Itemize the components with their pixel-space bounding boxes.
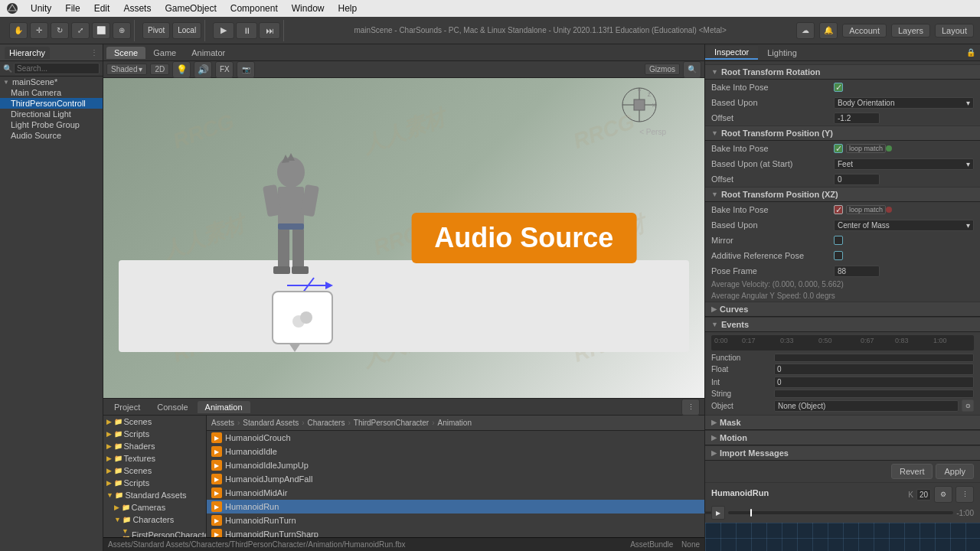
transform-all-tool[interactable]: ⊕: [113, 22, 131, 39]
game-tab[interactable]: Game: [145, 47, 184, 59]
hand-tool[interactable]: ✋: [9, 22, 28, 39]
anim-item-midair[interactable]: ▶ HumanoidMidAir: [207, 486, 704, 500]
section-root-pos-y[interactable]: ▼ Root Transform Position (Y): [705, 126, 980, 141]
file-item-textures[interactable]: ▶ 📁 Textures: [103, 452, 206, 465]
bc-thirdperson[interactable]: ThirdPersonCharacter: [354, 419, 429, 427]
search-scene[interactable]: 🔍: [683, 61, 701, 78]
bc-standard[interactable]: Standard Assets: [243, 419, 299, 427]
revert-button[interactable]: Revert: [891, 464, 933, 479]
section-events[interactable]: ▼ Events: [705, 317, 980, 332]
hierarchy-search-input[interactable]: [14, 63, 100, 74]
based-at-start-dropdown[interactable]: Feet ▾: [834, 158, 974, 170]
hierarchy-item-thirdperson[interactable]: ThirdPersonControll: [0, 98, 103, 109]
tl-play-button[interactable]: ▶: [711, 506, 725, 520]
humanoid-settings[interactable]: ⚙: [934, 486, 952, 503]
pivot-toggle[interactable]: Pivot: [142, 22, 170, 39]
menu-edit[interactable]: Edit: [88, 2, 116, 15]
hierarchy-item-dirlight[interactable]: Directional Light: [0, 109, 103, 119]
timeline-bar[interactable]: [728, 511, 953, 514]
scene-gizmo[interactable]: Y X Z: [620, 86, 658, 124]
hierarchy-options[interactable]: ⋮: [90, 48, 98, 57]
float-field[interactable]: 0: [774, 364, 974, 375]
rect-tool[interactable]: ⬜: [92, 22, 110, 39]
file-item-scripts[interactable]: ▶ 📁 Scripts: [103, 428, 206, 440]
project-tab[interactable]: Project: [106, 401, 148, 413]
local-toggle[interactable]: Local: [172, 22, 201, 39]
lighting-tab[interactable]: Lighting: [758, 47, 806, 59]
inspector-tab[interactable]: Inspector: [705, 46, 758, 60]
scale-tool[interactable]: ⤢: [71, 22, 90, 39]
pose-frame-input[interactable]: [834, 266, 880, 277]
hierarchy-item-lightprobe[interactable]: Light Probe Group: [0, 119, 103, 130]
scene-camera[interactable]: 📷: [237, 61, 255, 78]
layers-button[interactable]: Layers: [891, 24, 930, 37]
section-root-rotation[interactable]: ▼ Root Transform Rotation: [705, 64, 980, 80]
file-item-characters[interactable]: ▼ 📁 Characters: [103, 514, 206, 526]
file-item-scenes2[interactable]: ▶ 📁 Scenes: [103, 465, 206, 477]
2d-toggle[interactable]: 2D: [150, 64, 169, 75]
menu-assets[interactable]: Assets: [117, 2, 157, 15]
rotate-tool[interactable]: ↻: [51, 22, 69, 39]
bc-animation[interactable]: Animation: [438, 419, 472, 427]
menu-file[interactable]: File: [59, 2, 86, 15]
shaded-dropdown[interactable]: Shaded ▾: [106, 64, 147, 75]
menu-gameobject[interactable]: GameObject: [158, 2, 222, 15]
anim-item-idlejump[interactable]: ▶ HumanoidIdleJumpUp: [207, 458, 704, 472]
cloud-icon[interactable]: 🔔: [819, 22, 838, 39]
menu-window[interactable]: Window: [286, 2, 331, 15]
function-field[interactable]: [774, 354, 974, 362]
menu-unity[interactable]: Unity: [24, 2, 57, 15]
hierarchy-tab[interactable]: Hierarchy: [5, 47, 50, 59]
file-item-firstperson[interactable]: ▼ 📁 FirstPersonCharacter: [103, 526, 206, 537]
bottom-options[interactable]: ⋮: [681, 399, 700, 416]
animator-tab[interactable]: Animator: [184, 47, 233, 59]
anim-item-jumpfall[interactable]: ▶ HumanoidJumpAndFall: [207, 472, 704, 486]
scene-view[interactable]: RRCG 人人素材 RRCG 人人素材 RRCG 人人素材 RRCG 人人素材 …: [103, 78, 704, 398]
file-item-standard[interactable]: ▼ 📁 Standard Assets: [103, 489, 206, 501]
menu-help[interactable]: Help: [332, 2, 363, 15]
console-tab[interactable]: Console: [149, 401, 195, 413]
lighting-toggle[interactable]: 💡: [172, 61, 191, 78]
offset-y-input[interactable]: [834, 174, 880, 185]
file-item-scenes[interactable]: ▶ 📁 Scenes: [103, 416, 206, 428]
anim-item-run[interactable]: ▶ HumanoidRun: [207, 500, 704, 514]
anim-item-idle[interactable]: ▶ HumanoidIdle: [207, 445, 704, 458]
timeline-header[interactable]: 0:00 0:17 0:33 0:50 0:67 0:83 1:00: [711, 335, 974, 350]
move-tool[interactable]: ✛: [30, 22, 48, 39]
play-button[interactable]: ▶: [213, 22, 234, 39]
based-upon-rot-dropdown[interactable]: Body Orientation ▾: [834, 97, 974, 109]
additive-checkbox[interactable]: [834, 251, 843, 260]
anim-item-runturn[interactable]: ▶ HumanoidRunTurn: [207, 514, 704, 527]
persp-label[interactable]: < Persp: [639, 128, 666, 136]
section-curves[interactable]: ▶ Curves: [705, 302, 980, 317]
bake-pose-xz-checkbox[interactable]: ✓: [834, 205, 843, 214]
file-item-scripts2[interactable]: ▶ 📁 Scripts: [103, 477, 206, 489]
collab-icon[interactable]: ☁: [796, 22, 815, 39]
section-mask[interactable]: ▶ Mask: [705, 415, 980, 430]
hierarchy-item-mainscene[interactable]: ▼ mainScene*: [0, 77, 103, 87]
int-field[interactable]: 0: [774, 377, 974, 388]
bake-pose-y-checkbox[interactable]: ✓: [834, 144, 843, 153]
file-item-cameras[interactable]: ▶ 📁 Cameras: [103, 501, 206, 514]
layout-button[interactable]: Layout: [935, 24, 974, 37]
menu-component[interactable]: Component: [224, 2, 284, 15]
section-motion[interactable]: ▶ Motion: [705, 430, 980, 445]
scene-tab[interactable]: Scene: [106, 47, 145, 59]
offset-rot-input[interactable]: [834, 112, 880, 124]
string-field[interactable]: [774, 390, 974, 398]
animation-tab[interactable]: Animation: [198, 401, 250, 413]
object-field[interactable]: None (Object): [774, 400, 959, 412]
hierarchy-item-maincamera[interactable]: Main Camera: [0, 87, 103, 98]
account-button[interactable]: Account: [842, 24, 887, 37]
apply-button[interactable]: Apply: [936, 464, 974, 479]
hierarchy-item-audiosource[interactable]: Audio Source: [0, 130, 103, 141]
object-pick-btn[interactable]: ⊙: [962, 399, 974, 412]
section-root-pos-xz[interactable]: ▼ Root Transform Position (XZ): [705, 187, 980, 202]
mirror-checkbox[interactable]: [834, 236, 843, 245]
anim-item-crouch[interactable]: ▶ HumanoidCrouch: [207, 431, 704, 445]
bc-assets[interactable]: Assets: [211, 419, 234, 427]
based-upon-xz-dropdown[interactable]: Center of Mass ▾: [834, 220, 974, 231]
pause-button[interactable]: ⏸: [236, 22, 257, 39]
fx-toggle[interactable]: FX: [215, 61, 234, 78]
section-import[interactable]: ▶ Import Messages: [705, 445, 980, 461]
